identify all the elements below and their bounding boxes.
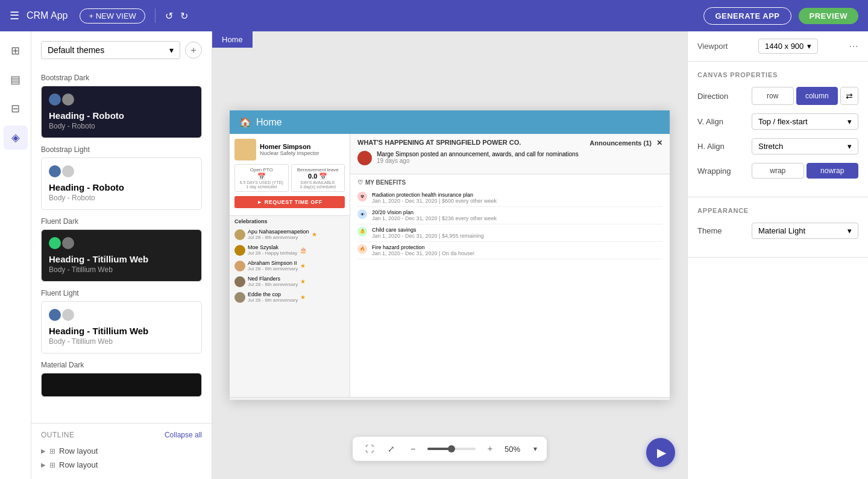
fluent-light-toggle [49,309,194,321]
appearance-title: APPEARANCE [697,207,858,214]
celebrations-section: Celebrations Apu Nahasapeemapetion Jul 2… [230,216,350,308]
pto-used-val: 📅 [237,173,286,180]
homer-details: Homer Simpson Nuclear Safety Inspector [260,143,319,156]
sidebar-item-list[interactable]: ▤ [4,68,28,92]
sidebar-item-design[interactable]: ◈ [4,125,28,150]
v-align-select[interactable]: Top / flex-start ▾ [752,113,858,130]
sidebar-item-table[interactable]: ⊟ [4,97,28,121]
celeb-item-2: Moe Szyslak Jul 28 - Happy birthday 🎂 [234,243,345,258]
canvas-area: Home 🏠 Home Homer Simpson N [212,31,687,479]
toggle-dot-off [62,94,74,106]
zoom-dropdown-button[interactable]: ▾ [533,445,537,453]
zoom-slider[interactable] [427,448,476,450]
canvas-frame: 🏠 Home Homer Simpson Nuclear Safety Insp… [230,110,670,400]
direction-column-button[interactable]: column [796,87,838,105]
fire-icon: 🔥 [357,244,367,254]
fluent-dark-body: Body - Titillium Web [49,265,194,274]
swap-direction-button[interactable]: ⇄ [840,87,858,105]
top-header: ☰ CRM App + NEW VIEW ↺ ↻ GENERATE APP PR… [0,0,868,31]
redo-icon[interactable]: ↻ [180,10,188,22]
pto-used-label: 8.5 DAYS USED (YTD) [237,180,286,185]
outline-item-row1[interactable]: ▶ ⊞ Row layout [41,444,202,458]
zoom-out-button[interactable]: − [406,442,420,456]
generate-app-button[interactable]: GENERATE APP [703,7,791,25]
direction-control: row column ⇄ [752,87,858,105]
fluent-light-heading: Heading - Titillium Web [49,326,194,336]
announcements-title: WHAT'S HAPPENING AT SPRINGFIELD POWER CO… [357,139,521,147]
pto-bereavement-box: Bereavement leave 0.0 📅 DAYS AVAILABLE 0… [291,164,345,192]
benefit-name-1: Radiation protection health insurance pl… [372,192,497,198]
ned-avatar [234,276,245,287]
theme-select[interactable]: Material Light ▾ [752,223,858,239]
days-available-label: DAYS AVAILABLE [294,180,342,185]
toggle-dot-on [49,94,61,106]
viewport-label: Viewport [697,42,728,51]
preview-button[interactable]: PREVIEW [799,8,858,24]
bereavement-label: Bereavement leave [294,167,342,173]
announcements-header: WHAT'S HAPPENING AT SPRINGFIELD POWER CO… [357,139,662,147]
zoom-in-button[interactable]: ＋ [483,442,497,456]
h-align-select[interactable]: Stretch ▾ [752,138,858,154]
material-dark-card[interactable] [41,373,202,397]
benefits-title: ♡ MY BENEFITS [357,179,662,186]
collapse-all-link[interactable]: Collapse all [165,431,202,439]
theme-property: Theme Material Light ▾ [697,223,858,239]
bootstrap-dark-card[interactable]: Heading - Roboto Body - Roboto [41,86,202,138]
zoom-bar: ⛶ ⤢ − ＋ 50% ▾ [353,437,547,461]
more-options-button[interactable]: ⋯ [849,40,858,52]
fluent-dark-card[interactable]: Heading - Titillium Web Body - Titillium… [41,229,202,282]
fullscreen-icon[interactable]: ⤢ [384,442,398,456]
toggle-dot-on [49,165,61,177]
viewport-selector[interactable]: 1440 x 900 ▾ [758,39,818,54]
h-align-control: Stretch ▾ [752,138,858,154]
request-time-off-button[interactable]: ► REQUEST TIME OFF [234,196,345,208]
wrap-button[interactable]: wrap [752,163,804,179]
fit-screen-icon[interactable]: ⛶ [362,442,377,456]
bootstrap-light-card[interactable]: Heading - Roboto Body - Roboto [41,157,202,210]
theme-dropdown[interactable]: Default themes ▾ [41,41,180,59]
bootstrap-light-toggle [49,165,194,177]
homer-role: Nuclear Safety Inspector [260,150,319,156]
celeb-name-1: Apu Nahasapeemapetion [248,229,309,235]
outline-item-label: Row layout [59,446,98,455]
benefit-item-2: 👁 20/20 Vision plan Jan 1, 2020 - Dec 31… [357,207,662,224]
undo-icon[interactable]: ↺ [165,10,173,22]
celeb-date-4: Jul 28 - 8th anniversary [248,282,298,287]
toggle-dot-on [49,237,61,249]
homer-avatar [234,139,256,160]
new-view-button[interactable]: + NEW VIEW [80,8,145,24]
fluent-dark-toggle [49,237,194,249]
add-theme-button[interactable]: ＋ [185,42,202,59]
celeb-name-4: Ned Flanders [248,276,298,282]
celeb-info-1: Apu Nahasapeemapetion Jul 28 - 8th anniv… [248,229,309,240]
bootstrap-dark-heading: Heading - Roboto [49,110,194,121]
right-panel-header: Viewport 1440 x 900 ▾ ⋯ [688,31,868,62]
zoom-slider-thumb [448,445,455,452]
fluent-light-label: Fluent Light [41,289,202,297]
close-icon[interactable]: ✕ [656,139,662,147]
main-layout: ⊞ ▤ ⊟ ◈ Default themes ▾ ＋ Bootstrap Dar… [0,31,868,479]
nowrap-button[interactable]: nowrap [807,163,859,179]
fluent-light-card[interactable]: Heading - Titillium Web Body - Titillium… [41,301,202,354]
wrapping-label: Wrapping [697,167,752,176]
direction-row-button[interactable]: row [752,87,794,105]
menu-icon[interactable]: ☰ [10,9,19,22]
play-icon: ▶ [657,445,666,460]
play-button[interactable]: ▶ [646,438,675,467]
benefit-item-4: 🔥 Fire hazard protection Jan 1, 2020 - D… [357,242,662,259]
star-icon-2: ★ [300,262,306,269]
canvas-tab-home[interactable]: Home [212,31,253,48]
sidebar-item-grid[interactable]: ⊞ [4,39,28,63]
chevron-down-icon-halign: ▾ [848,142,852,151]
celeb-item-3: Abraham Simpson II Jul 28 - 8th annivers… [234,258,345,274]
benefit-dates-2: Jan 1, 2020 - Dec 31, 2020 | $236 every … [372,215,497,221]
homer-panel: Homer Simpson Nuclear Safety Inspector O… [230,134,350,216]
abraham-avatar [234,261,245,271]
direction-label: Direction [697,92,752,101]
cake-icon: 🎂 [300,247,307,253]
bootstrap-dark-label: Bootstrap Dark [41,74,202,82]
chevron-down-icon-valign: ▾ [848,117,852,126]
crm-preview-main: WHAT'S HAPPENING AT SPRINGFIELD POWER CO… [350,134,670,397]
outline-item-row2[interactable]: ▶ ⊞ Row layout [41,458,202,472]
star-icon-4: ★ [300,294,306,300]
